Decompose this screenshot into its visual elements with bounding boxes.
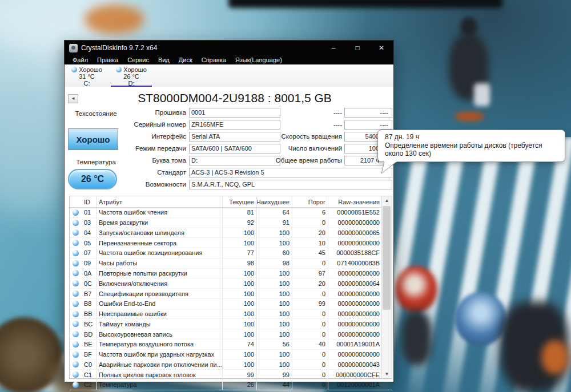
field-value-3[interactable]: SATA/600 | SATA/600 (189, 144, 280, 153)
column-header-1[interactable]: Атрибут (96, 196, 223, 207)
column-header-3[interactable]: Наихудшее (257, 196, 292, 207)
column-header-0[interactable]: ID (82, 196, 96, 207)
maximize-button[interactable]: □ (345, 41, 369, 55)
cell-id: 07 (82, 248, 96, 258)
table-row[interactable]: 01Частота ошибок чтения8164600000851E552 (70, 208, 392, 218)
table-header-row: IDАтрибутТекущееНаихудшееПорогRaw-значен… (70, 196, 392, 208)
field-value-1[interactable]: ZR165MFE (189, 120, 280, 130)
table-row[interactable]: 0CВключения/отключения100100200000000000… (70, 278, 392, 289)
menu-item-5[interactable]: Справка (197, 56, 231, 63)
field-value-2[interactable]: Serial ATA (189, 132, 280, 142)
bg-blue-umbrella (455, 292, 507, 346)
table-row[interactable]: C1Полных циклов парковок головок99990000… (70, 370, 392, 380)
bg-shape (228, 0, 502, 8)
field-label: ---- (275, 121, 342, 128)
window-title: CrystalDiskInfo 9.7.2 x64 (81, 44, 157, 52)
minimize-button[interactable]: – (321, 41, 345, 55)
cell-threshold: 0 (292, 350, 328, 359)
table-row[interactable]: 0AПовторные попытки раскрутки10010097000… (70, 269, 392, 279)
cell-id: 05 (82, 238, 96, 248)
health-orb-icon (73, 229, 79, 236)
row-orb-cell (70, 228, 82, 238)
cell-threshold: 99 (292, 299, 328, 309)
menu-item-0[interactable]: Файл (68, 56, 93, 63)
cell-worst: 100 (257, 309, 292, 319)
table-row[interactable]: BEТемпература воздушного потока745640000… (70, 340, 392, 350)
table-row[interactable]: 09Часы работы9898007140000083B (70, 258, 392, 269)
cell-id: C0 (82, 359, 96, 369)
field-value-r1[interactable]: ---- (344, 120, 392, 130)
cell-threshold: 20 (292, 278, 328, 288)
table-row[interactable]: B7Спецификации производителя100100000000… (70, 289, 392, 299)
title-bar[interactable]: CrystalDiskInfo 9.7.2 x64 – □ ✕ (65, 41, 393, 55)
table-row[interactable]: 04Запуски/остановки шпинделя100100200000… (70, 228, 392, 239)
field-value-5[interactable]: ACS-3 | ACS-3 Revision 5 (189, 168, 392, 177)
cell-id: 0A (82, 269, 96, 278)
cell-id: B8 (82, 299, 96, 309)
table-row[interactable]: B8Ошибки End-to-End10010099000000000000 (70, 299, 392, 309)
cell-current: 99 (223, 370, 257, 379)
table-row[interactable]: BFЧастота ошибок при ударных нагрузках10… (70, 350, 392, 360)
row-orb-cell (70, 309, 82, 319)
back-button[interactable]: ◄ (68, 94, 78, 103)
bg-red-umbrella (395, 266, 437, 313)
field-value-r0[interactable]: ---- (344, 108, 392, 118)
cell-raw: 000000000043 (328, 359, 382, 369)
drive-tab-D[interactable]: Хорошо26 °CD: (109, 64, 154, 87)
cell-worst: 100 (257, 359, 292, 369)
tab-status: Хорошо (79, 67, 102, 73)
column-header-4[interactable]: Порог (292, 196, 328, 207)
cell-current: 100 (223, 238, 257, 248)
table-row[interactable]: 07Частота ошибок позиционирования7760450… (70, 248, 392, 258)
cell-worst: 100 (257, 319, 292, 329)
cell-threshold: 0 (292, 218, 328, 228)
cell-attribute: Температура воздушного потока (96, 340, 223, 349)
menu-item-1[interactable]: Правка (93, 56, 123, 63)
cell-threshold: 10 (292, 238, 328, 248)
drive-tab-C[interactable]: Хорошо31 °CC: (65, 64, 109, 87)
cell-worst: 91 (257, 218, 292, 228)
health-orb-icon (73, 260, 79, 266)
cell-id: C2 (82, 380, 96, 390)
table-row[interactable]: 03Время раскрутки92910000000000000 (70, 218, 392, 228)
hours-tooltip: 87 дн. 19 ч Определение времени работы д… (377, 130, 565, 162)
cell-worst: 56 (257, 340, 292, 349)
menu-item-6[interactable]: Язык(Language) (231, 56, 287, 63)
field-label: Режим передачи (119, 145, 186, 152)
tab-status-row: Хорошо (65, 66, 109, 73)
cell-threshold: 20 (292, 228, 328, 238)
table-row[interactable]: C2Температура2644000120000001A (70, 380, 392, 390)
cell-current: 100 (223, 299, 257, 309)
field-value-4[interactable]: D: (189, 156, 280, 165)
menu-item-2[interactable]: Сервис (123, 56, 154, 63)
crystaldiskinfo-window: CrystalDiskInfo 9.7.2 x64 – □ ✕ ФайлПрав… (64, 40, 394, 382)
scroll-up-icon[interactable]: ▲ (382, 196, 392, 205)
cell-raw: 07140000083B (328, 258, 382, 268)
health-orb-icon (73, 280, 79, 286)
scrollbar-thumb[interactable] (383, 206, 391, 310)
temperature-button[interactable]: 26 °C (68, 169, 117, 189)
table-row[interactable]: C0Аварийные парковки при отключении пи..… (70, 359, 392, 370)
health-orb-icon (73, 209, 79, 216)
cell-attribute: Переназначенные сектора (96, 238, 223, 248)
column-header-2[interactable]: Текущее (223, 196, 257, 207)
health-status-button[interactable]: Хорошо (68, 128, 118, 150)
cell-current: 100 (223, 319, 257, 329)
row-orb-cell (70, 359, 82, 369)
row-orb-cell (70, 380, 82, 390)
cell-current: 98 (223, 258, 257, 268)
menu-item-3[interactable]: Вид (154, 56, 174, 63)
table-row[interactable]: 05Переназначенные сектора100100100000000… (70, 238, 392, 248)
column-header-5[interactable]: Raw-значения (328, 196, 382, 207)
cell-threshold: 6 (292, 208, 328, 217)
table-row[interactable]: BDВысокоуровневая запись1001000000000000… (70, 329, 392, 340)
scroll-down-icon[interactable]: ▼ (382, 370, 392, 378)
health-orb-icon (73, 321, 79, 327)
table-row[interactable]: BCТаймаут команды1001000000000000000 (70, 319, 392, 329)
table-scrollbar[interactable]: ▲ ▼ (381, 196, 392, 378)
field-value-6[interactable]: S.M.A.R.T., NCQ, GPL (189, 180, 392, 189)
close-button[interactable]: ✕ (369, 41, 393, 55)
table-row[interactable]: BBНеисправимые ошибки1001000000000000000 (70, 309, 392, 320)
field-value-0[interactable]: 0001 (189, 108, 280, 118)
menu-item-4[interactable]: Диск (174, 56, 197, 63)
